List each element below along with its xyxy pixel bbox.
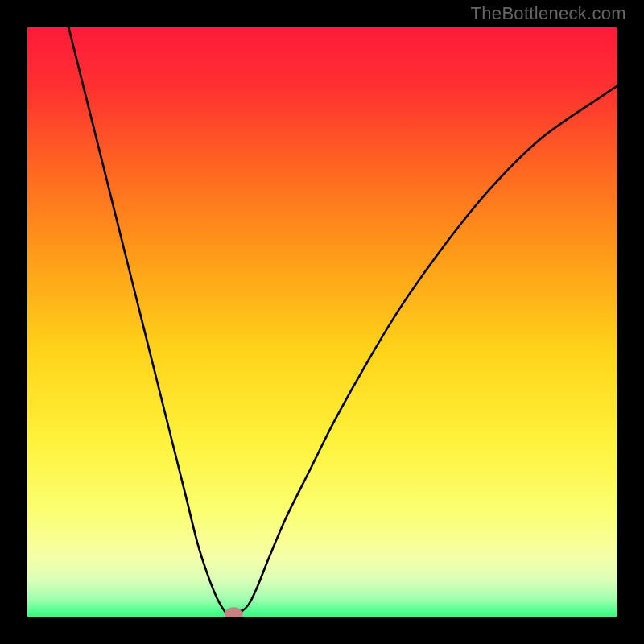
gradient-background: [27, 27, 617, 617]
watermark-text: TheBottleneck.com: [471, 3, 626, 24]
chart-svg: [27, 27, 617, 617]
plot-area: [27, 27, 617, 617]
chart-frame: TheBottleneck.com: [0, 0, 644, 644]
